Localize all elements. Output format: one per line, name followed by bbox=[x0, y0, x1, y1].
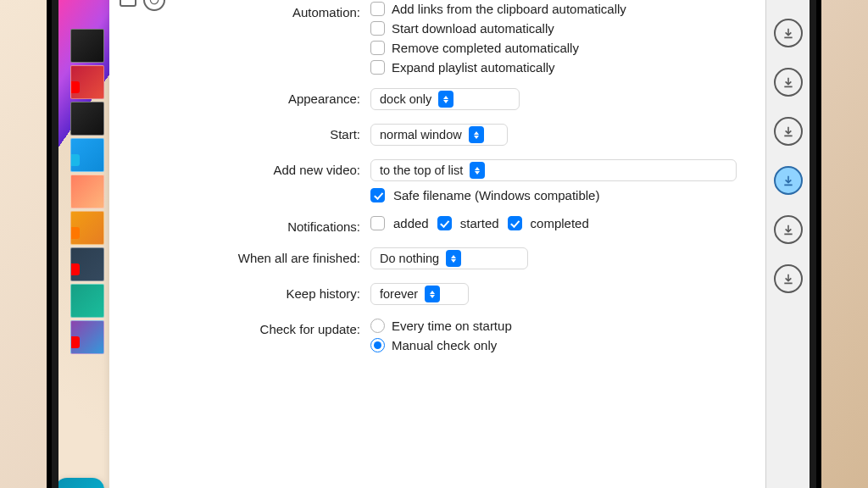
history-label: Keep history: bbox=[177, 283, 370, 301]
automation-clipboard-checkbox[interactable] bbox=[370, 2, 385, 16]
notif-started-checkbox[interactable] bbox=[437, 216, 452, 230]
youtube-badge-icon bbox=[70, 336, 80, 348]
automation-start-checkbox[interactable] bbox=[370, 21, 385, 36]
download-queue-thumbnails bbox=[70, 29, 104, 354]
addvideo-select[interactable]: to the top of list bbox=[370, 159, 737, 181]
thumb-item[interactable] bbox=[70, 211, 104, 245]
thumb-item[interactable] bbox=[70, 320, 104, 354]
thumb-item[interactable] bbox=[70, 29, 104, 63]
start-select[interactable]: normal window bbox=[370, 124, 508, 146]
chevron-updown-icon bbox=[470, 162, 485, 179]
thumb-item[interactable] bbox=[70, 138, 104, 172]
addvideo-label: Add new video: bbox=[177, 159, 370, 177]
collapse-icon[interactable] bbox=[120, 0, 136, 7]
soundcloud-badge-icon bbox=[70, 227, 80, 239]
download-item-button[interactable] bbox=[774, 117, 803, 146]
download-actions-column bbox=[765, 0, 810, 488]
thumb-item[interactable] bbox=[70, 284, 104, 318]
safefile-text: Safe filename (Windows compatible) bbox=[393, 188, 599, 202]
appearance-label: Appearance: bbox=[177, 88, 370, 106]
brand-logo-icon: G bbox=[58, 478, 104, 488]
automation-clipboard-text: Add links from the clipboard automatical… bbox=[392, 2, 626, 16]
automation-expand-text: Expand playlist automatically bbox=[392, 60, 555, 75]
chevron-updown-icon bbox=[446, 250, 461, 267]
update-manual-text: Manual check only bbox=[392, 338, 497, 352]
history-select[interactable]: forever bbox=[370, 283, 469, 305]
youtube-badge-icon bbox=[70, 81, 80, 93]
update-startup-radio[interactable] bbox=[370, 319, 385, 333]
start-value: normal window bbox=[380, 128, 462, 141]
download-item-button-active[interactable] bbox=[774, 166, 803, 195]
automation-label: Automation: bbox=[177, 2, 370, 19]
addvideo-value: to the top of list bbox=[380, 164, 463, 177]
notif-completed-text: completed bbox=[531, 216, 589, 230]
thumb-item[interactable] bbox=[70, 65, 104, 99]
vimeo-badge-icon bbox=[70, 154, 80, 166]
chevron-updown-icon bbox=[438, 91, 453, 108]
notif-added-text: added bbox=[393, 216, 429, 230]
update-label: Check for update: bbox=[177, 319, 370, 336]
update-manual-radio[interactable] bbox=[370, 338, 385, 352]
start-label: Start: bbox=[177, 124, 370, 141]
download-item-button[interactable] bbox=[774, 215, 803, 244]
youtube-badge-icon bbox=[70, 263, 80, 275]
thumb-item[interactable] bbox=[70, 247, 104, 281]
preferences-panel: Automation: Add links from the clipboard… bbox=[169, 0, 762, 488]
thumb-item[interactable] bbox=[70, 102, 104, 136]
download-item-button[interactable] bbox=[774, 264, 803, 293]
appearance-value: dock only bbox=[380, 92, 431, 106]
safefile-checkbox[interactable] bbox=[370, 188, 385, 202]
notif-added-checkbox[interactable] bbox=[370, 216, 385, 230]
thumb-item[interactable] bbox=[70, 175, 104, 208]
update-startup-text: Every time on startup bbox=[392, 319, 512, 333]
notifications-label: Notifications: bbox=[177, 216, 370, 234]
automation-remove-text: Remove completed automatically bbox=[392, 41, 579, 55]
chevron-updown-icon bbox=[425, 286, 440, 302]
automation-remove-checkbox[interactable] bbox=[370, 41, 385, 55]
finished-label: When all are finished: bbox=[177, 247, 370, 265]
history-value: forever bbox=[380, 287, 418, 301]
download-item-button[interactable] bbox=[774, 19, 803, 47]
refresh-icon[interactable] bbox=[143, 0, 165, 11]
finished-value: Do nothing bbox=[380, 252, 439, 265]
download-item-button[interactable] bbox=[774, 68, 803, 97]
automation-expand-checkbox[interactable] bbox=[370, 60, 385, 75]
notif-completed-checkbox[interactable] bbox=[508, 216, 522, 230]
notif-started-text: started bbox=[460, 216, 499, 230]
chevron-updown-icon bbox=[469, 126, 484, 143]
automation-start-text: Start download automatically bbox=[392, 21, 554, 36]
finished-select[interactable]: Do nothing bbox=[370, 247, 528, 269]
appearance-select[interactable]: dock only bbox=[370, 88, 520, 110]
